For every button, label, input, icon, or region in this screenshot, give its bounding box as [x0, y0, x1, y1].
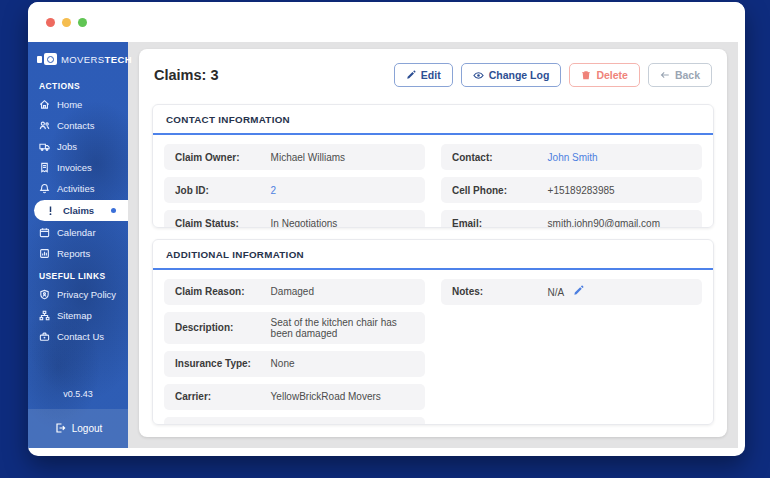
main-content-area: Claims: 3 Edit Change Log Delete: [128, 42, 738, 448]
zoom-window-icon[interactable]: [78, 18, 87, 27]
sidebar-item-claims[interactable]: Claims: [34, 200, 128, 221]
contacts-icon: [39, 120, 50, 131]
section-title: CONTACT INFORMATION: [153, 105, 713, 133]
field-contact: Contact: John Smith: [441, 144, 702, 170]
back-button[interactable]: Back: [648, 63, 712, 87]
close-window-icon[interactable]: [46, 18, 55, 27]
exclamation-icon: [45, 205, 56, 216]
contact-information-section: CONTACT INFORMATION Claim Owner: Michael…: [152, 104, 714, 228]
sidebar-item-invoices[interactable]: Invoices: [28, 157, 128, 178]
pencil-icon: [573, 285, 584, 296]
section-title: ADDITIONAL INFORMATION: [153, 240, 713, 268]
page-title: Claims: 3: [154, 67, 218, 83]
field-claim-reason: Claim Reason: Damaged: [164, 279, 425, 305]
field-email: Email: smith.john90@gmail.com: [441, 210, 702, 228]
app-version: v0.5.43: [28, 381, 128, 409]
app-window: MOVERSTECH ACTIONS Home Contacts Jobs In…: [28, 2, 745, 456]
minimize-window-icon[interactable]: [62, 18, 71, 27]
change-log-button[interactable]: Change Log: [461, 63, 562, 87]
pencil-icon: [406, 70, 416, 80]
sidebar-item-privacy-policy[interactable]: Privacy Policy: [28, 284, 128, 305]
edit-notes-button[interactable]: [573, 285, 584, 296]
job-id-link[interactable]: 2: [271, 185, 414, 196]
reports-icon: [39, 248, 50, 259]
truck-icon: [39, 141, 50, 152]
moverstech-logo[interactable]: MOVERSTECH: [28, 42, 128, 74]
field-claim-status: Claim Status: In Negotiations: [164, 210, 425, 228]
field-notes: Notes: N/A: [441, 279, 702, 305]
sidebar-item-calendar[interactable]: Calendar: [28, 222, 128, 243]
card-header: Claims: 3 Edit Change Log Delete: [152, 61, 714, 93]
contact-us-icon: [39, 331, 50, 342]
sidebar-section-useful-links: USEFUL LINKS: [28, 264, 128, 284]
delete-button[interactable]: Delete: [569, 63, 640, 87]
field-cell-phone: Cell Phone: +15189283985: [441, 177, 702, 203]
eye-icon: [473, 70, 484, 81]
edit-button[interactable]: Edit: [394, 63, 453, 87]
traffic-lights: [46, 18, 87, 27]
additional-information-section: ADDITIONAL INFORMATION Claim Reason: Dam…: [152, 239, 714, 425]
field-claim-owner: Claim Owner: Michael Williams: [164, 144, 425, 170]
logo-text: MOVERSTECH: [61, 54, 132, 65]
arrow-left-icon: [660, 70, 670, 80]
activities-icon: [39, 183, 50, 194]
field-description: Description: Seat of the kitchen chair h…: [164, 312, 425, 344]
claims-detail-card: Claims: 3 Edit Change Log Delete: [139, 49, 727, 437]
trash-icon: [581, 70, 591, 80]
window-titlebar: [28, 2, 745, 42]
sidebar-item-activities[interactable]: Activities: [28, 178, 128, 199]
home-icon: [39, 99, 50, 110]
privacy-icon: [39, 289, 50, 300]
sidebar: MOVERSTECH ACTIONS Home Contacts Jobs In…: [28, 42, 128, 448]
logout-button[interactable]: Logout: [28, 409, 128, 448]
field-job-id: Job ID: 2: [164, 177, 425, 203]
field-carrier: Carrier: YellowBrickRoad Movers: [164, 384, 425, 410]
invoice-icon: [39, 162, 50, 173]
calendar-icon: [39, 227, 50, 238]
sidebar-item-reports[interactable]: Reports: [28, 243, 128, 264]
sidebar-section-actions: ACTIONS: [28, 74, 128, 94]
sidebar-item-home[interactable]: Home: [28, 94, 128, 115]
contact-link[interactable]: John Smith: [548, 152, 691, 163]
sitemap-icon: [39, 310, 50, 321]
sidebar-item-jobs[interactable]: Jobs: [28, 136, 128, 157]
active-indicator-dot: [111, 208, 116, 213]
moverstech-box-icon: [37, 53, 57, 65]
field-refund-amount: Refund Amount: $20.00: [164, 417, 425, 425]
action-buttons: Edit Change Log Delete Back: [394, 63, 712, 87]
sidebar-item-sitemap[interactable]: Sitemap: [28, 305, 128, 326]
sidebar-item-contacts[interactable]: Contacts: [28, 115, 128, 136]
sidebar-item-contact-us[interactable]: Contact Us: [28, 326, 128, 347]
logout-icon: [54, 422, 66, 434]
field-insurance-type: Insurance Type: None: [164, 351, 425, 377]
